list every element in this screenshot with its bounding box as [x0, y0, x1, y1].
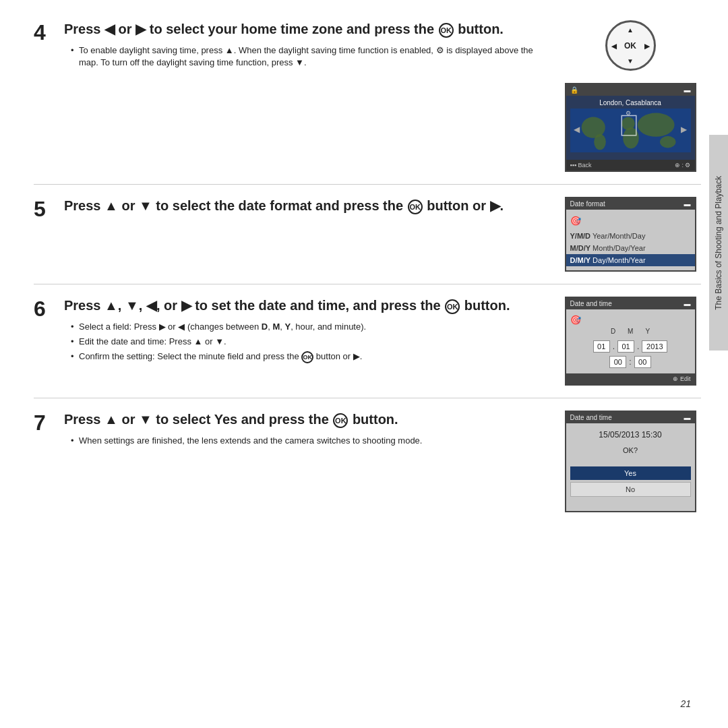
date-option-mdy: M/D/Y Month/Day/Year — [566, 242, 695, 254]
screen-6-footer: ⊕ Edit — [566, 373, 695, 384]
step-6-heading: Press , , , or to set the date and time,… — [64, 297, 546, 314]
page: The Basics of Shooting and Playback 4 Pr… — [0, 0, 728, 728]
m-field[interactable]: 01 — [617, 340, 634, 353]
page-number: 21 — [680, 698, 691, 709]
svg-text:⚙: ⚙ — [626, 110, 631, 117]
step-6-bullet-3: Confirm the setting: Select the minute f… — [71, 351, 546, 363]
min-field[interactable]: 00 — [634, 356, 651, 368]
ok-circle-4: OK — [439, 23, 454, 38]
date-format-title: Date format — [570, 200, 605, 208]
svg-text:◀: ◀ — [573, 125, 580, 133]
sidebar-tab: The Basics of Shooting and Playback — [709, 135, 728, 351]
screen-4-footer: ▪▪▪ Back ⊕ : ⚙ — [566, 160, 695, 171]
step-4-number: 4 — [34, 20, 64, 43]
confirm-no-btn[interactable]: No — [570, 482, 691, 497]
step-7-bullets: When settings are finished, the lens ext… — [64, 435, 546, 447]
step-6-bullet-2: Edit the date and time: Press or . — [71, 336, 546, 348]
step-7-left: 7 Press or to select Yes and press the O… — [34, 411, 559, 450]
back-label: ▪▪▪ Back — [570, 162, 592, 169]
step-4-bullets: To enable daylight saving time, press . … — [64, 44, 546, 69]
step-7-content: Press or to select Yes and press the OK … — [64, 411, 559, 450]
step-4-right: ▲ ▼ ◀ ▶ OK 🔒 ▬ London, Casablanca 🎯 — [559, 20, 701, 172]
screen-4-header: 🔒 ▬ — [566, 84, 695, 96]
step-7-heading: Press or to select Yes and press the OK … — [64, 411, 546, 428]
lock-icon: 🔒 — [570, 86, 578, 94]
step-4-content: Press or to select your home time zone a… — [64, 20, 559, 71]
step-6-left: 6 Press , , , or to set the date and tim… — [34, 297, 559, 366]
yes-text: Yes — [214, 412, 237, 427]
footer-right-icons: ⊕ : ⚙ — [675, 162, 691, 169]
sidebar-label: The Basics of Shooting and Playback — [714, 176, 723, 310]
date-option-dmy: D/M/Y Day/Month/Year — [566, 254, 695, 266]
confirm-date: 15/05/2013 15:30 — [570, 430, 691, 439]
ok-button-illustration: ▲ ▼ ◀ ▶ OK — [605, 20, 656, 71]
step-4-heading: Press or to select your home time zone a… — [64, 20, 546, 38]
time-fields: 00 : 00 — [570, 356, 691, 368]
step-5-right: Date format ▬ 🎯 Y/M/D Year/Month/Day M/D… — [559, 197, 701, 272]
d-field[interactable]: 01 — [593, 340, 610, 353]
d-label: D — [611, 328, 615, 335]
hour-field[interactable]: 00 — [609, 356, 626, 368]
y-label: Y — [645, 328, 650, 335]
step-5-section: 5 Press or to select the date format and… — [34, 197, 701, 272]
step-4-screen: 🔒 ▬ London, Casablanca 🎯 — [565, 83, 696, 172]
screen-5-header: Date format ▬ — [566, 198, 695, 210]
svg-point-5 — [637, 113, 674, 137]
datetime-fields: 01 . 01 . 2013 — [570, 340, 691, 353]
edit-label: ⊕ Edit — [673, 375, 690, 382]
screen-6-header: Date and time ▬ — [566, 298, 695, 309]
divider-6-7 — [34, 398, 701, 398]
step-6-right: Date and time ▬ 🎯 D M Y 01 . 01 — [559, 297, 701, 386]
screen-4-header-right: ▬ — [684, 86, 691, 94]
svg-text:▶: ▶ — [681, 125, 688, 133]
tune-icon-5: 🎯 — [570, 216, 581, 226]
step-4-left: 4 Press or to select your home time zone… — [34, 20, 559, 71]
step-6-bullets: Select a field: Press or (changes betwee… — [64, 321, 546, 363]
step-6-content: Press , , , or to set the date and time,… — [64, 297, 559, 366]
screen-5-icon: ▬ — [684, 200, 691, 208]
datetime-title: Date and time — [570, 300, 612, 307]
confirm-ok-label: OK? — [570, 446, 691, 454]
step-5-left: 5 Press or to select the date format and… — [34, 197, 559, 221]
ok-circle-6: OK — [445, 299, 460, 314]
divider-5-6 — [34, 284, 701, 284]
london-label: London, Casablanca — [570, 99, 691, 107]
step-4-bullet-1: To enable daylight saving time, press . … — [71, 44, 546, 69]
screen-6-icon: ▬ — [684, 300, 691, 307]
svg-point-6 — [660, 136, 675, 148]
ok-circle-5: OK — [408, 200, 423, 214]
step-7-section: 7 Press or to select Yes and press the O… — [34, 411, 701, 512]
tune-icon-6: 🎯 — [570, 315, 581, 325]
step-6-screen: Date and time ▬ 🎯 D M Y 01 . 01 — [565, 297, 696, 386]
map-svg: ◀ ▶ ⚙ — [570, 109, 691, 152]
confirm-title: Date and time — [570, 414, 612, 421]
step-6-section: 6 Press , , , or to set the date and tim… — [34, 297, 701, 386]
step-7-number: 7 — [34, 411, 64, 433]
m-label: M — [628, 328, 633, 335]
divider-4-5 — [34, 184, 701, 185]
step-6-bullet-1: Select a field: Press or (changes betwee… — [71, 321, 546, 333]
ok-inline-6: OK — [301, 351, 313, 363]
step-4-section: 4 Press or to select your home time zone… — [34, 20, 701, 172]
step-5-number: 5 — [34, 197, 64, 220]
step-6-number: 6 — [34, 297, 64, 320]
datetime-label-row: D M Y — [570, 328, 691, 335]
world-map: ◀ ▶ ⚙ — [570, 109, 691, 152]
date-option-ymd: Y/M/D Year/Month/Day — [566, 230, 695, 242]
step-7-bullet-1: When settings are finished, the lens ext… — [71, 435, 546, 447]
ok-circle-7: OK — [333, 413, 348, 428]
screen-7-icon: ▬ — [684, 414, 691, 421]
svg-point-2 — [594, 134, 606, 150]
step-5-content: Press or to select the date format and p… — [64, 197, 559, 221]
step-5-heading: Press or to select the date format and p… — [64, 197, 546, 214]
screen-7-header: Date and time ▬ — [566, 412, 695, 423]
confirm-yes-btn[interactable]: Yes — [570, 466, 691, 480]
step-7-right: Date and time ▬ 15/05/2013 15:30 OK? Yes… — [559, 411, 701, 512]
step-7-screen: Date and time ▬ 15/05/2013 15:30 OK? Yes… — [565, 411, 696, 512]
y-field[interactable]: 2013 — [642, 340, 667, 353]
step-5-screen: Date format ▬ 🎯 Y/M/D Year/Month/Day M/D… — [565, 197, 696, 272]
